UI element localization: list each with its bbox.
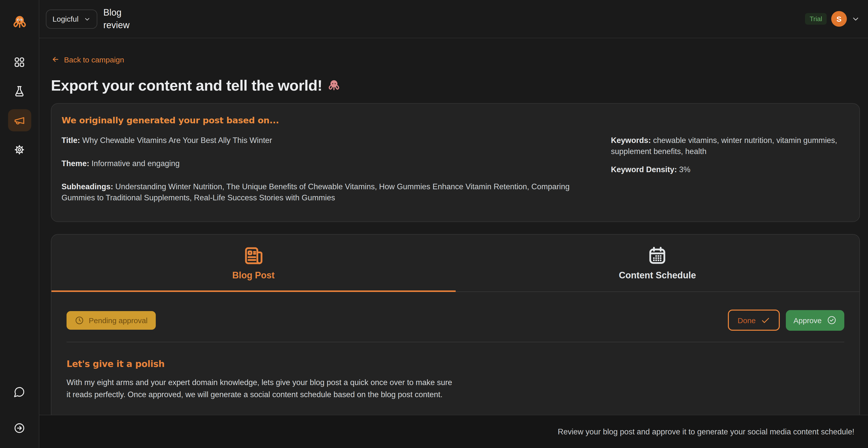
- avatar[interactable]: S: [831, 11, 847, 27]
- done-button[interactable]: Done: [728, 310, 780, 331]
- sidebar-bottom: [10, 383, 29, 437]
- app-root: Logicful Blog review Trial S: [0, 0, 868, 448]
- back-to-campaign-link[interactable]: Back to campaign: [51, 55, 124, 64]
- check-icon: [761, 315, 770, 325]
- arrow-right-circle-icon: [13, 422, 25, 434]
- sidebar-item-dashboard[interactable]: [8, 51, 31, 73]
- octopus-emoji-icon: [328, 79, 341, 92]
- flask-icon: [13, 85, 25, 97]
- status-badge: Pending approval: [66, 311, 156, 330]
- theme-row: Theme: Informative and engaging: [62, 158, 588, 169]
- review-card: Blog Post: [51, 234, 860, 415]
- status-badge-label: Pending approval: [89, 316, 148, 324]
- polish-heading: Let's give it a polish: [66, 358, 844, 370]
- summary-card: We originally generated your post based …: [51, 103, 860, 222]
- chat-bubble-icon: [13, 386, 25, 398]
- grid-icon: [13, 56, 25, 68]
- page-heading: Export your content and tell the world!: [51, 76, 860, 95]
- polish-description: With my eight arms and your expert domai…: [66, 377, 457, 401]
- megaphone-icon: [13, 114, 25, 126]
- sidebar-item-settings[interactable]: [8, 138, 31, 161]
- sidebar: [0, 0, 39, 448]
- keyword-density-row: Keyword Density: 3%: [611, 164, 848, 175]
- panel-divider: [66, 342, 844, 342]
- action-buttons: Done Approve: [728, 310, 844, 331]
- footer-message: Review your blog post and approve it to …: [558, 427, 855, 436]
- sidebar-item-campaigns[interactable]: [8, 109, 31, 131]
- blog-post-panel: Pending approval Done Approve: [52, 310, 860, 415]
- right-column: Logicful Blog review Trial S: [39, 0, 868, 448]
- approve-button[interactable]: Approve: [786, 310, 844, 331]
- back-link-label: Back to campaign: [64, 55, 124, 64]
- tab-bar: Blog Post: [52, 235, 860, 292]
- tab-label: Blog Post: [232, 270, 275, 281]
- summary-card-heading: We originally generated your post based …: [62, 114, 848, 127]
- sidebar-item-experiments[interactable]: [8, 80, 31, 102]
- page-title: Blog review: [103, 6, 138, 31]
- main-content: Back to campaign Export your content and…: [39, 38, 868, 415]
- header: Logicful Blog review Trial S: [39, 0, 868, 38]
- sidebar-nav: [8, 51, 31, 161]
- footer: Review your blog post and approve it to …: [39, 415, 868, 448]
- calendar-icon: [647, 246, 668, 266]
- newspaper-icon: [243, 246, 264, 266]
- gear-icon: [13, 144, 25, 155]
- circle-check-icon: [827, 315, 837, 325]
- clock-icon: [74, 315, 84, 325]
- chevron-down-icon: [84, 15, 91, 23]
- summary-right-column: Keywords: chewable vitamins, winter nutr…: [611, 135, 848, 215]
- tab-blog-post[interactable]: Blog Post: [52, 235, 456, 292]
- title-row: Title: Why Chewable Vitamins Are Your Be…: [62, 135, 588, 146]
- chevron-down-icon[interactable]: [851, 14, 860, 23]
- logout-button[interactable]: [10, 419, 29, 437]
- subheadings-row: Subheadings: Understanding Winter Nutrit…: [62, 181, 588, 203]
- keywords-row: Keywords: chewable vitamins, winter nutr…: [611, 135, 848, 157]
- octopus-logo[interactable]: [11, 14, 28, 31]
- trial-badge: Trial: [805, 13, 827, 25]
- workspace-name: Logicful: [53, 14, 79, 23]
- chat-button[interactable]: [10, 383, 29, 401]
- arrow-left-icon: [51, 55, 60, 64]
- header-right: Trial S: [805, 11, 860, 27]
- workspace-selector[interactable]: Logicful: [46, 9, 97, 28]
- tab-content-schedule[interactable]: Content Schedule: [456, 235, 860, 292]
- tab-label: Content Schedule: [619, 270, 696, 281]
- summary-left-column: Title: Why Chewable Vitamins Are Your Be…: [62, 135, 611, 215]
